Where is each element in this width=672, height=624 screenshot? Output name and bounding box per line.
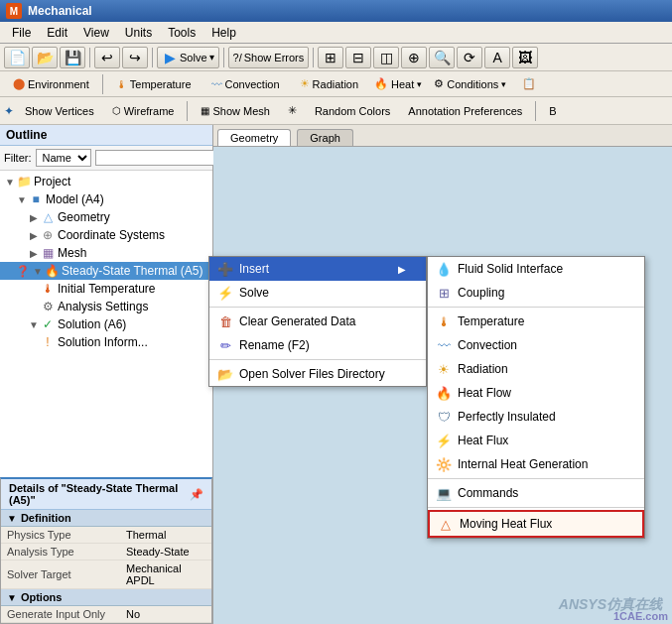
mesh-icon: ▦ xyxy=(40,245,56,261)
ctx-sep1 xyxy=(209,307,426,308)
env-btn-environment[interactable]: ⬤Environment xyxy=(4,74,98,94)
coord-icon: ⊕ xyxy=(40,227,56,243)
env-btn-extra[interactable]: 📋 xyxy=(513,74,545,94)
sol-info-label: Solution Inform... xyxy=(58,335,148,349)
ctx-item-open-solver[interactable]: 📂 Open Solver Files Directory xyxy=(209,362,426,386)
prop-row-generate: Generate Input Only No xyxy=(1,606,211,623)
view-btn-wireframe[interactable]: ⬡Wireframe xyxy=(105,100,182,122)
app-icon: M xyxy=(6,3,22,19)
tb-solve[interactable]: ▶Solve▾ xyxy=(157,47,219,68)
tb-btn-extra7[interactable]: A xyxy=(484,47,510,68)
view-btn-extra[interactable]: B xyxy=(542,100,563,122)
ctx-rename-label: Rename (F2) xyxy=(239,338,310,352)
tb-undo[interactable]: ↩ xyxy=(94,47,120,68)
menu-units[interactable]: Units xyxy=(117,24,160,42)
options-section: ▼ Options Generate Input Only No xyxy=(1,589,211,623)
filter-label: Filter: xyxy=(4,152,32,164)
menu-view[interactable]: View xyxy=(75,24,117,42)
analysis-label: Analysis Settings xyxy=(58,300,148,313)
tree-item-geometry[interactable]: ▶ △ Geometry xyxy=(0,208,212,226)
bottom-panel-header: Details of "Steady-State Thermal (A5)" 📌 xyxy=(1,479,211,510)
menu-file[interactable]: File xyxy=(4,24,39,42)
tb-btn-extra1[interactable]: ⊞ xyxy=(318,47,343,68)
tb-btn-extra6[interactable]: ⟳ xyxy=(457,47,482,68)
initial-temp-icon: 🌡 xyxy=(40,281,56,297)
ctx-insert-label: Insert xyxy=(239,262,269,276)
filter-select[interactable]: Name xyxy=(36,149,91,167)
env-btn-conditions[interactable]: ⚙Conditions▾ xyxy=(429,74,511,94)
tb3-sep1 xyxy=(187,101,188,121)
analysis-icon: ⚙ xyxy=(40,299,56,314)
app-title: Mechanical xyxy=(28,4,92,18)
options-table: Generate Input Only No xyxy=(1,606,211,623)
tree-item-sol-info[interactable]: ! Solution Inform... xyxy=(0,333,212,351)
prop-row-physics: Physics Type Thermal xyxy=(1,527,211,544)
geometry-label: Geometry xyxy=(58,210,110,224)
toolbar2-env: ⬤Environment 🌡Temperature 〰Convection ☀R… xyxy=(0,71,672,97)
ctx-item-rename[interactable]: ✏ Rename (F2) xyxy=(209,333,426,357)
tab-graph[interactable]: Graph xyxy=(297,129,353,146)
tb-btn-extra4[interactable]: ⊕ xyxy=(401,47,427,68)
env-btn-temperature[interactable]: 🌡Temperature xyxy=(107,74,201,94)
menu-edit[interactable]: Edit xyxy=(39,24,75,42)
definition-toggle[interactable]: ▼ xyxy=(7,513,17,524)
prop-val-analysis: Steady-State xyxy=(120,544,211,561)
tree-item-coord[interactable]: ▶ ⊕ Coordinate Systems xyxy=(0,226,212,244)
prop-row-solver: Solver Target Mechanical APDL xyxy=(1,561,211,589)
view-btn-annotation-prefs[interactable]: Annotation Preferences xyxy=(401,100,529,122)
tb-save[interactable]: 💾 xyxy=(60,47,85,68)
ctx-clear-icon: 🗑 xyxy=(217,313,233,329)
sol-info-icon: ! xyxy=(40,334,56,350)
prop-val-physics: Thermal xyxy=(120,527,211,544)
tree-item-mesh[interactable]: ▶ ▦ Mesh xyxy=(0,244,212,262)
view-btn-show-mesh[interactable]: ▦Show Mesh xyxy=(194,100,276,122)
model-label: Model (A4) xyxy=(46,192,104,206)
tb-open[interactable]: 📂 xyxy=(32,47,58,68)
tb-sep1 xyxy=(89,48,90,67)
ctx-solve-label: Solve xyxy=(239,286,269,300)
bottom-panel: Details of "Steady-State Thermal (A5)" 📌… xyxy=(0,477,212,624)
project-label: Project xyxy=(34,175,70,188)
menu-tools[interactable]: Tools xyxy=(160,24,203,42)
view-btn-star[interactable]: ✳ xyxy=(281,100,304,122)
menu-help[interactable]: Help xyxy=(203,24,244,42)
view-btn-show-vertices[interactable]: Show Vertices xyxy=(18,100,101,122)
geometry-icon: △ xyxy=(40,209,56,225)
tb-btn-extra5[interactable]: 🔍 xyxy=(429,47,455,68)
env-btn-radiation[interactable]: ☀Radiation xyxy=(291,74,367,94)
options-toggle[interactable]: ▼ xyxy=(7,592,17,603)
view-btn-random-colors[interactable]: Random Colors xyxy=(308,100,397,122)
steady-icon: 🔥 xyxy=(44,263,60,279)
env-btn-convection[interactable]: 〰Convection xyxy=(202,74,289,94)
title-bar: M Mechanical xyxy=(0,0,672,22)
ctx-item-clear[interactable]: 🗑 Clear Generated Data xyxy=(209,310,426,333)
prop-key-generate: Generate Input Only xyxy=(1,606,120,623)
toolbar3-view: ✦ Show Vertices ⬡Wireframe ▦Show Mesh ✳ … xyxy=(0,97,672,125)
env-btn-heat[interactable]: 🔥Heat▾ xyxy=(369,74,427,94)
outline-panel: Outline Filter: Name 🔍 ★ + ▼ 📁 Project ▼… xyxy=(0,125,213,624)
steady-label: Steady-State Thermal (A5) xyxy=(62,264,203,278)
menu-bar: File Edit View Units Tools Help xyxy=(0,22,672,44)
ctx-item-solve[interactable]: ⚡ Solve xyxy=(209,281,426,305)
ctx-item-insert[interactable]: ➕ Insert ▶ xyxy=(209,257,426,281)
tb-show-errors[interactable]: ?/Show Errors xyxy=(228,47,310,68)
tb-new[interactable]: 📄 xyxy=(4,47,30,68)
ctx-open-solver-icon: 📂 xyxy=(217,366,233,382)
initial-temp-label: Initial Temperature xyxy=(58,282,156,296)
ctx-rename-icon: ✏ xyxy=(217,337,233,353)
context-menu: ➕ Insert ▶ ⚡ Solve 🗑 Clear Generated Dat… xyxy=(208,256,427,387)
tb-redo[interactable]: ↪ xyxy=(122,47,148,68)
tab-geometry[interactable]: Geometry xyxy=(217,129,291,146)
tree-item-analysis[interactable]: ⚙ Analysis Settings xyxy=(0,298,212,315)
ctx-insert-icon: ➕ xyxy=(217,261,233,277)
tb-btn-extra8[interactable]: 🖼 xyxy=(512,47,538,68)
tree-item-steady[interactable]: ❓ ▼ 🔥 Steady-State Thermal (A5) xyxy=(0,262,212,280)
tb-btn-extra2[interactable]: ⊟ xyxy=(345,47,371,68)
bottom-panel-pin-icon[interactable]: 📌 xyxy=(190,488,203,501)
tree-item-model[interactable]: ▼ ■ Model (A4) xyxy=(0,190,212,208)
tree-item-solution[interactable]: ▼ ✓ Solution (A6) xyxy=(0,315,212,333)
tree-item-initial-temp[interactable]: 🌡 Initial Temperature xyxy=(0,280,212,298)
model-icon: ■ xyxy=(28,191,44,207)
tree-item-project[interactable]: ▼ 📁 Project xyxy=(0,173,212,190)
tb-btn-extra3[interactable]: ◫ xyxy=(373,47,399,68)
